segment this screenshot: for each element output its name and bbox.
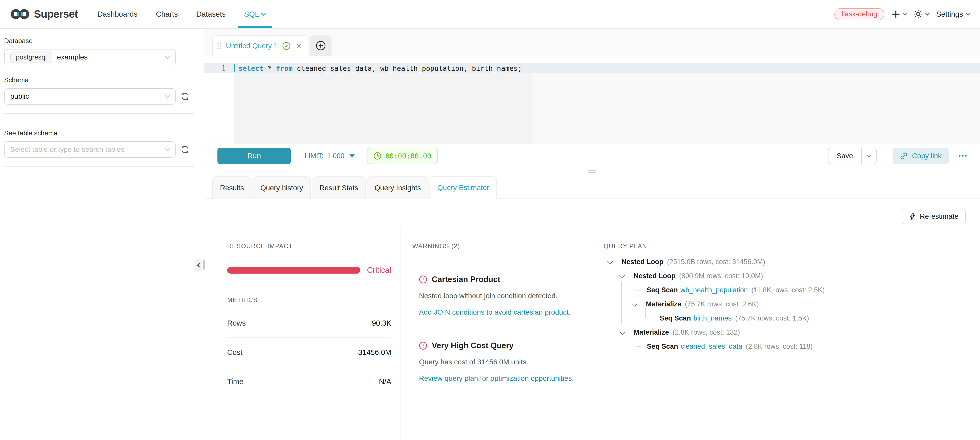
results-tab-bar: Results Query history Result Stats Query… bbox=[204, 176, 980, 199]
refresh-tables-icon[interactable] bbox=[180, 145, 189, 154]
refresh-schemas-icon[interactable] bbox=[180, 92, 189, 101]
link-icon bbox=[900, 152, 908, 160]
table-name-link[interactable]: cleaned_sales_data bbox=[681, 343, 742, 351]
nav-item-datasets[interactable]: Datasets bbox=[196, 0, 226, 28]
nav-menu: Dashboards Charts Datasets SQL bbox=[97, 0, 266, 28]
warning-fix-link[interactable]: Add JOIN conditions to avoid cartesian p… bbox=[419, 308, 579, 316]
schema-label: Schema bbox=[4, 76, 199, 84]
metric-row-cost: Cost 31456.0M bbox=[227, 338, 391, 367]
lightning-bolt-icon bbox=[909, 213, 916, 220]
chevron-down-icon bbox=[966, 11, 970, 16]
chevron-down-icon bbox=[903, 11, 907, 16]
warning-cartesian-product: Cartesian Product Nested loop without jo… bbox=[419, 275, 579, 316]
warnings-column: WARNINGS (2) Cartesian Product Nested lo… bbox=[401, 228, 592, 440]
chevron-down-icon[interactable] bbox=[619, 329, 625, 335]
query-tab[interactable]: Untitled Query 1 ✕ bbox=[212, 35, 309, 56]
results-panel: Results Query history Result Stats Query… bbox=[204, 168, 980, 440]
plus-icon bbox=[891, 10, 900, 19]
close-tab-icon[interactable]: ✕ bbox=[296, 42, 302, 50]
save-button[interactable]: Save bbox=[829, 148, 861, 164]
sql-code-line: select * from cleaned_sales_data, wb_hea… bbox=[235, 64, 522, 72]
timer-value: 00:00:00.00 bbox=[385, 152, 431, 160]
exclamation-circle-icon bbox=[419, 342, 427, 350]
sql-editor[interactable]: 1 select * from cleaned_sales_data, wb_h… bbox=[204, 56, 980, 144]
warning-fix-link[interactable]: Review query plan for optimization oppor… bbox=[419, 374, 579, 383]
nav-item-sql[interactable]: SQL bbox=[244, 0, 266, 28]
resource-impact-column: RESOURCE IMPACT Critical METRICS Rows 90… bbox=[212, 228, 401, 440]
resource-impact-header: RESOURCE IMPACT bbox=[227, 243, 391, 250]
superset-logo[interactable]: Superset bbox=[10, 8, 78, 21]
more-actions-button[interactable] bbox=[959, 155, 967, 157]
plan-node-nested-loop[interactable]: Nested Loop (890.9M rows, cost: 19.0M) bbox=[608, 269, 980, 283]
plan-node-seq-scan-cleaned-sales[interactable]: Seq Scan cleaned_sales_data (2.8K rows, … bbox=[608, 340, 980, 354]
warning-high-cost: Very High Cost Query Query has cost of 3… bbox=[419, 341, 579, 383]
chevron-down-icon[interactable] bbox=[632, 300, 638, 307]
chevron-down-icon[interactable] bbox=[608, 258, 613, 264]
database-value: examples bbox=[57, 53, 88, 61]
limit-dropdown[interactable]: LIMIT:1 000 bbox=[305, 152, 355, 160]
tab-query-insights[interactable]: Query Insights bbox=[367, 176, 429, 199]
chevron-down-icon bbox=[165, 54, 170, 59]
plan-node-seq-scan-wb-health[interactable]: Seq Scan wb_health_population (11.8K row… bbox=[608, 283, 980, 297]
table-name-link[interactable]: wb_health_population bbox=[681, 286, 748, 294]
new-item-button[interactable] bbox=[891, 10, 907, 19]
brand-wordmark: Superset bbox=[34, 8, 78, 20]
caret-down-icon bbox=[350, 154, 355, 157]
nav-item-charts[interactable]: Charts bbox=[156, 0, 178, 28]
drag-handle-icon[interactable] bbox=[218, 43, 221, 49]
plan-node-materialize-2[interactable]: Materialize (2.8K rows, cost: 132) bbox=[608, 326, 980, 340]
metric-row-time: Time N/A bbox=[227, 367, 391, 396]
collapse-sidebar-button[interactable] bbox=[196, 259, 202, 271]
save-dropdown-button[interactable] bbox=[861, 148, 876, 164]
theme-toggle-button[interactable] bbox=[913, 10, 929, 19]
plan-node-seq-scan-birth-names[interactable]: Seq Scan birth_names (75.7K rows, cost: … bbox=[608, 311, 980, 326]
pane-resize-handle[interactable] bbox=[588, 170, 597, 173]
environment-badge: flask-debug bbox=[834, 8, 885, 20]
new-query-tab-button[interactable] bbox=[310, 35, 331, 56]
scrollbar-thumb[interactable] bbox=[203, 259, 205, 270]
tab-query-history[interactable]: Query history bbox=[253, 176, 311, 199]
estimator-columns: RESOURCE IMPACT Critical METRICS Rows 90… bbox=[212, 228, 980, 440]
chevron-down-icon bbox=[165, 93, 170, 98]
chevron-down-icon bbox=[866, 152, 872, 158]
line-number: 1 bbox=[204, 64, 234, 72]
superset-sql-lab: Superset Dashboards Charts Datasets SQL … bbox=[0, 0, 980, 440]
plan-node-nested-loop-root[interactable]: Nested Loop (2515.0B rows, cost: 31456.0… bbox=[608, 255, 980, 269]
metrics-list: Rows 90.3K Cost 31456.0M Time N/A bbox=[227, 309, 391, 396]
tree-connector bbox=[636, 291, 641, 291]
tree-guide-line bbox=[621, 281, 622, 324]
chevron-down-icon[interactable] bbox=[619, 272, 625, 278]
copy-link-button[interactable]: Copy link bbox=[892, 148, 949, 164]
sun-icon bbox=[913, 10, 923, 19]
editor-active-line: 1 select * from cleaned_sales_data, wb_h… bbox=[204, 63, 980, 73]
database-label: Database bbox=[4, 37, 199, 45]
tab-result-stats[interactable]: Result Stats bbox=[312, 176, 366, 199]
plus-circle-icon bbox=[316, 41, 326, 51]
divider bbox=[4, 167, 194, 167]
chevron-left-icon bbox=[197, 263, 202, 267]
tree-connector bbox=[636, 337, 641, 347]
sql-lab-main: Untitled Query 1 ✕ 1 s bbox=[204, 29, 980, 440]
query-tabs-bar: Untitled Query 1 ✕ bbox=[204, 29, 980, 56]
sql-lab-sidebar: Database postgresql examples Schema publ… bbox=[0, 29, 204, 440]
query-plan-header: QUERY PLAN bbox=[604, 243, 980, 250]
query-tab-title: Untitled Query 1 bbox=[226, 42, 278, 50]
run-button[interactable]: Run bbox=[218, 148, 291, 164]
nav-item-dashboards[interactable]: Dashboards bbox=[97, 0, 137, 28]
database-select[interactable]: postgresql examples bbox=[4, 49, 176, 65]
estimator-toolbar: Re-estimate bbox=[204, 199, 980, 228]
chevron-down-icon bbox=[261, 11, 266, 16]
table-select-placeholder: Select table or type to search tables bbox=[10, 145, 124, 154]
table-select[interactable]: Select table or type to search tables bbox=[4, 141, 176, 158]
chevron-down-icon bbox=[165, 146, 170, 151]
tab-results[interactable]: Results bbox=[212, 176, 251, 199]
tab-query-estimator[interactable]: Query Estimator bbox=[430, 176, 497, 199]
settings-menu[interactable]: Settings bbox=[936, 10, 970, 19]
schema-select[interactable]: public bbox=[4, 88, 176, 105]
superset-logo-icon bbox=[10, 8, 30, 21]
clock-icon bbox=[374, 152, 381, 160]
plan-node-materialize-1[interactable]: Materialize (75.7K rows, cost: 2.6K) bbox=[608, 297, 980, 311]
table-name-link[interactable]: birth_names bbox=[694, 315, 732, 322]
reestimate-button[interactable]: Re-estimate bbox=[902, 209, 966, 224]
query-timer: 00:00:00.00 bbox=[367, 148, 438, 164]
